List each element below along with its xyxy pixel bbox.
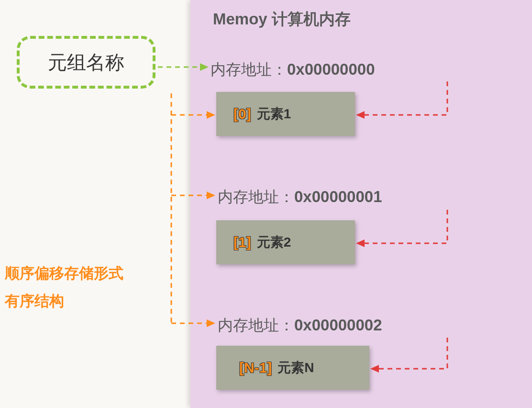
tuple-name-box: 元组名称 xyxy=(17,36,155,89)
memory-address-3: 内存地址：0x00000002 xyxy=(218,315,382,336)
tuple-name-label: 元组名称 xyxy=(48,49,124,76)
address-value-3: 0x00000002 xyxy=(294,316,382,334)
address-label: 内存地址： xyxy=(218,317,294,334)
address-label: 内存地址： xyxy=(218,188,294,205)
element-box-2: [1] 元素2 xyxy=(216,220,355,264)
index-n-1: [N-1] xyxy=(239,360,272,376)
address-value-2: 0x00000001 xyxy=(294,188,382,205)
index-0: [0] xyxy=(233,106,251,122)
memory-address-1: 内存地址：0x00000000 xyxy=(211,59,375,80)
index-1: [1] xyxy=(233,234,251,250)
panel-title: Memoy 计算机内存 xyxy=(213,9,351,30)
element-n-label: 元素N xyxy=(277,359,314,377)
address-value-1: 0x00000000 xyxy=(287,60,375,78)
description-line-1: 顺序偏移存储形式 xyxy=(5,263,123,283)
element-1-label: 元素1 xyxy=(257,105,291,123)
element-box-1: [0] 元素1 xyxy=(216,92,355,136)
address-label: 内存地址： xyxy=(211,61,287,78)
memory-address-2: 内存地址：0x00000001 xyxy=(218,187,382,208)
element-box-n: [N-1] 元素N xyxy=(216,346,369,390)
description-line-2: 有序结构 xyxy=(5,291,64,311)
element-2-label: 元素2 xyxy=(257,233,291,251)
